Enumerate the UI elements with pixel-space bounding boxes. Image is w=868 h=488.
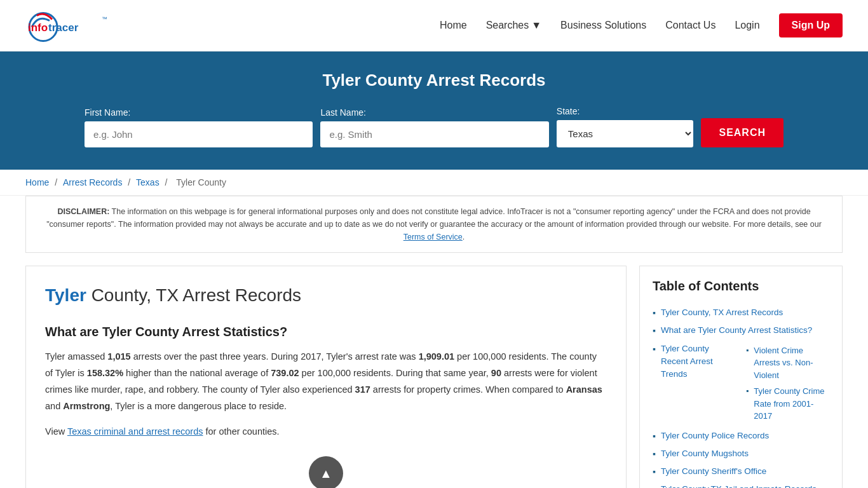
toc-item: Tyler County Recent Arrest TrendsViolent… <box>653 340 829 427</box>
city-armstrong: Armstrong <box>63 401 110 411</box>
p1-pre: Tyler amassed <box>45 351 107 362</box>
article-title-rest: County, TX Arrest Records <box>86 285 301 305</box>
scroll-top-button[interactable]: ▲ <box>309 456 343 488</box>
breadcrumb-tyler-county: Tyler County <box>176 177 226 187</box>
nav-links: Home Searches ▼ Business Solutions Conta… <box>440 13 843 37</box>
p1g: arrests for property crimes. When compar… <box>370 384 566 395</box>
stat-317: 317 <box>355 384 370 395</box>
p1h: and <box>45 401 63 411</box>
toc-item: Tyler County Police Records <box>653 427 829 445</box>
svg-text:info: info <box>28 22 48 34</box>
tos-link[interactable]: Terms of Service <box>403 233 463 241</box>
search-form: First Name: Last Name: State: Texas Alab… <box>85 106 783 147</box>
toc-subitem: Violent Crime Arrests vs. Non-Violent <box>746 342 829 384</box>
stat-90: 90 <box>491 368 501 378</box>
toc-title: Table of Contents <box>653 279 829 294</box>
toc-link[interactable]: Tyler County Recent Arrest Trends <box>661 342 729 381</box>
nav-business[interactable]: Business Solutions <box>560 20 646 31</box>
chevron-down-icon: ▼ <box>531 20 541 31</box>
disclaimer-label: DISCLAIMER: <box>57 207 109 216</box>
toc-item: Tyler County, TX Arrest Records <box>653 304 829 322</box>
state-group: State: Texas Alabama Alaska California F… <box>557 106 694 147</box>
chart-area: ▲ <box>45 465 607 488</box>
view-pre: View <box>45 426 67 437</box>
toc-item: Tyler County,TX Jail and Inmate Records <box>653 480 829 488</box>
p1b: arrests over the past three years. Durin… <box>131 351 419 362</box>
content-wrapper: Tyler County, TX Arrest Records What are… <box>0 266 868 488</box>
nav-home[interactable]: Home <box>440 20 467 31</box>
toc-link[interactable]: Tyler County, TX Arrest Records <box>661 306 783 319</box>
p1d: higher than the national average of <box>123 368 271 378</box>
article-paragraph1: Tyler amassed 1,015 arrests over the pas… <box>45 348 607 414</box>
breadcrumb-home[interactable]: Home <box>25 177 49 187</box>
toc-sublink[interactable]: Tyler County Crime Rate from 2001-2017 <box>754 385 829 423</box>
nav-login[interactable]: Login <box>735 20 759 31</box>
article-title-highlight: Tyler <box>45 285 86 305</box>
breadcrumb-texas[interactable]: Texas <box>136 177 159 187</box>
main-article: Tyler County, TX Arrest Records What are… <box>25 266 627 488</box>
p1e: per 100,000 residents. During that same … <box>299 368 491 378</box>
toc-link[interactable]: Tyler County Sheriff's Office <box>661 465 766 478</box>
logo[interactable]: info tracer ™ <box>25 6 127 44</box>
toc-item: Tyler County Mugshots <box>653 445 829 463</box>
stat-1015: 1,015 <box>107 351 130 362</box>
first-name-label: First Name: <box>85 107 313 118</box>
last-name-label: Last Name: <box>320 107 548 118</box>
svg-text:™: ™ <box>102 16 107 22</box>
disclaimer-period: . <box>463 233 465 241</box>
svg-text:tracer: tracer <box>48 22 79 34</box>
toc-subitem: Tyler County Crime Rate from 2001-2017 <box>746 383 829 424</box>
first-name-group: First Name: <box>85 107 313 147</box>
last-name-input[interactable] <box>320 121 548 147</box>
hero-section: Tyler County Arrest Records First Name: … <box>0 51 868 170</box>
disclaimer-text: The information on this webpage is for g… <box>46 207 822 229</box>
hero-title: Tyler County Arrest Records <box>25 71 843 90</box>
state-label: State: <box>557 106 694 116</box>
toc-link[interactable]: Tyler County Mugshots <box>661 447 749 460</box>
toc-item: Tyler County Sheriff's Office <box>653 463 829 480</box>
nav-contact[interactable]: Contact Us <box>665 20 715 31</box>
signup-button[interactable]: Sign Up <box>779 13 843 37</box>
breadcrumb: Home / Arrest Records / Texas / Tyler Co… <box>0 170 868 196</box>
toc-link[interactable]: What are Tyler County Arrest Statistics? <box>661 324 812 337</box>
breadcrumb-sep1: / <box>55 177 60 187</box>
p1i: , Tyler is a more dangerous place to res… <box>110 401 287 411</box>
first-name-input[interactable] <box>85 121 313 147</box>
view-records-text: View Texas criminal and arrest records f… <box>45 423 607 440</box>
arrow-up-icon: ▲ <box>320 466 332 481</box>
stat-158: 158.32% <box>87 368 123 378</box>
view-post: for other counties. <box>203 426 280 437</box>
toc-item: What are Tyler County Arrest Statistics? <box>653 322 829 339</box>
breadcrumb-sep2: / <box>128 177 133 187</box>
toc-link[interactable]: Tyler County,TX Jail and Inmate Records <box>661 483 817 488</box>
toc-sublink[interactable]: Violent Crime Arrests vs. Non-Violent <box>754 344 829 382</box>
last-name-group: Last Name: <box>320 107 548 147</box>
toc-link[interactable]: Tyler County Police Records <box>661 430 769 442</box>
section1-title: What are Tyler County Arrest Statistics? <box>45 325 607 339</box>
city-aransas: Aransas <box>566 384 602 395</box>
state-select[interactable]: Texas Alabama Alaska California Florida <box>557 120 694 147</box>
navbar: info tracer ™ Home Searches ▼ Business S… <box>0 0 868 51</box>
breadcrumb-arrest-records[interactable]: Arrest Records <box>63 177 122 187</box>
sidebar-toc: Table of Contents Tyler County, TX Arres… <box>639 266 843 488</box>
texas-records-link[interactable]: Texas criminal and arrest records <box>67 426 203 437</box>
stat-73902: 739.02 <box>271 368 299 378</box>
toc-list: Tyler County, TX Arrest RecordsWhat are … <box>653 304 829 488</box>
nav-searches-label: Searches <box>486 20 529 31</box>
disclaimer-box: DISCLAIMER: The information on this webp… <box>25 196 843 253</box>
search-button[interactable]: SEARCH <box>701 118 783 147</box>
breadcrumb-sep3: / <box>165 177 170 187</box>
stat-190901: 1,909.01 <box>419 351 454 362</box>
nav-searches[interactable]: Searches ▼ <box>486 20 541 31</box>
article-title: Tyler County, TX Arrest Records <box>45 285 607 306</box>
